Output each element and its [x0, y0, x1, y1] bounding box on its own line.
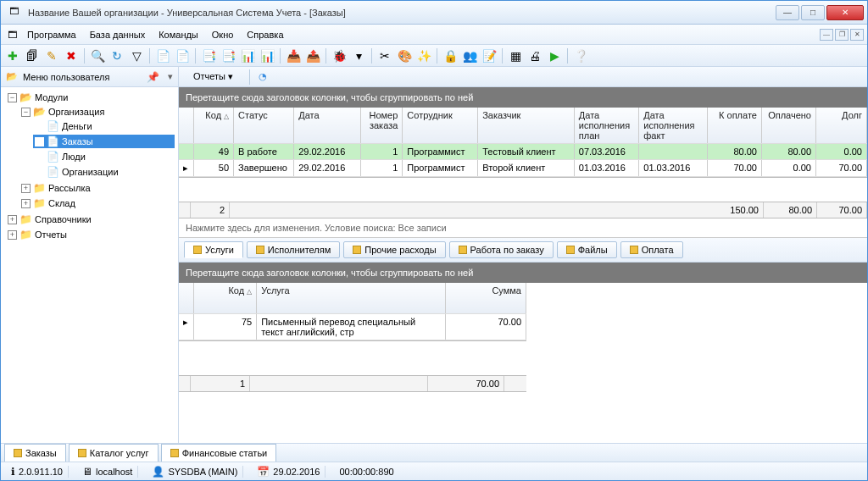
print-icon[interactable]: 🖨 — [526, 47, 543, 64]
maximize-button[interactable]: □ — [801, 5, 825, 20]
doctab-orders[interactable]: Заказы — [4, 444, 66, 462]
group-by-bar[interactable]: Перетащите сюда заголовок колонки, чтобы… — [179, 87, 867, 108]
tree-orgs[interactable]: Организации — [62, 167, 119, 177]
tree-mailing[interactable]: Рассылка — [48, 183, 91, 193]
doctab-fin[interactable]: Финансовые статьи — [161, 444, 277, 462]
lock-icon[interactable]: 🔒 — [442, 47, 459, 64]
mdi-restore-button[interactable]: ❐ — [835, 29, 849, 41]
col-date[interactable]: Дата — [294, 108, 361, 144]
tool-icon-3[interactable]: 📑 — [200, 47, 217, 64]
mdi-minimize-button[interactable]: — — [820, 29, 833, 41]
dcol-sum[interactable]: Сумма — [445, 283, 526, 313]
dcol-service[interactable]: Услуга — [257, 283, 445, 313]
menu-window[interactable]: Окно — [205, 27, 241, 42]
folder-icon: 📁 — [33, 182, 46, 194]
tool-icon-1[interactable]: 📄 — [154, 47, 171, 64]
new-icon[interactable]: ✚ — [4, 47, 21, 64]
expand-toggle[interactable]: − — [8, 93, 17, 102]
tab-files[interactable]: Файлы — [557, 241, 617, 258]
detail-group-by-bar[interactable]: Перетащите сюда заголовок колонки, чтобы… — [179, 263, 867, 283]
col-employee[interactable]: Сотрудник — [403, 108, 478, 144]
expand-toggle[interactable]: + — [8, 230, 17, 240]
tab-services[interactable]: Услуги — [184, 241, 243, 258]
tool-icon-4[interactable]: 📑 — [220, 47, 236, 64]
settings-icon[interactable]: ✂ — [376, 47, 393, 64]
chevron-down-icon[interactable]: ▾ — [350, 47, 367, 64]
menu-help[interactable]: Справка — [240, 27, 290, 42]
version-icon: ℹ — [11, 466, 15, 478]
tool-icon-6[interactable]: 📊 — [259, 47, 275, 64]
grid-icon[interactable]: ▦ — [507, 47, 524, 64]
expand-toggle[interactable]: + — [21, 184, 31, 193]
clock-icon[interactable]: ◔ — [259, 71, 267, 82]
services-grid[interactable]: Код△ Услуга Сумма ▸ 75 Письменный перево… — [179, 283, 526, 341]
tool-icon-7[interactable]: 🐞 — [331, 47, 348, 64]
tool-icon-2[interactable]: 📄 — [174, 47, 191, 64]
col-orderno[interactable]: Номер заказа — [360, 108, 403, 144]
col-plan[interactable]: Дата исполнения план — [574, 108, 638, 144]
tool-icon-5[interactable]: 📊 — [239, 47, 256, 64]
tree-refs[interactable]: Справочники — [35, 214, 92, 224]
tab-workorder[interactable]: Работа по заказу — [449, 241, 554, 258]
menu-program[interactable]: Программа — [20, 27, 83, 42]
folder-icon: 📂 — [6, 71, 18, 82]
tab-payment[interactable]: Оплата — [620, 241, 683, 258]
page-icon: 📄 — [47, 151, 59, 163]
search-icon[interactable]: 🔍 — [89, 47, 106, 64]
tree-orders[interactable]: Заказы — [62, 136, 93, 147]
tree-reports[interactable]: Отчеты — [35, 229, 67, 240]
table-row[interactable]: ▸ 75 Письменный перевод специальный текс… — [179, 313, 526, 340]
mdi-close-button[interactable]: ✕ — [850, 29, 864, 41]
delete-icon[interactable]: ✖ — [63, 47, 80, 64]
orders-grid[interactable]: Код△ Статус Дата Номер заказа Сотрудник … — [179, 108, 867, 178]
col-customer[interactable]: Заказчик — [478, 108, 575, 144]
col-code[interactable]: Код△ — [193, 108, 234, 144]
tab-icon — [14, 449, 22, 457]
close-button[interactable]: ✕ — [826, 5, 864, 20]
app-menu-icon[interactable]: 🗔 — [8, 30, 17, 40]
menu-database[interactable]: База данных — [83, 27, 153, 42]
tree-organization[interactable]: Организация — [48, 107, 104, 117]
table-row[interactable]: ▸ 50 Завершено 29.02.2016 1 Программист … — [179, 160, 867, 177]
help-icon[interactable]: ❔ — [572, 47, 589, 64]
table-row[interactable]: 49 В работе 29.02.2016 1 Программист Тес… — [179, 144, 867, 160]
tab-performers[interactable]: Исполнителям — [247, 241, 340, 258]
tree-stock[interactable]: Склад — [48, 198, 75, 208]
import-icon[interactable]: 📥 — [285, 47, 302, 64]
dcol-code[interactable]: Код△ — [193, 283, 256, 313]
tree-money[interactable]: Деньги — [62, 121, 92, 131]
tab-expenses[interactable]: Прочие расходы — [343, 241, 445, 258]
menu-options-icon[interactable]: ▾ — [168, 71, 173, 82]
copy-icon[interactable]: 🗐 — [24, 47, 41, 64]
minimize-button[interactable]: — — [776, 5, 799, 20]
filter-icon[interactable]: ▽ — [128, 47, 145, 64]
play-icon[interactable]: ▶ — [546, 47, 563, 64]
col-paid[interactable]: Оплачено — [761, 108, 815, 144]
col-status[interactable]: Статус — [234, 108, 294, 144]
col-fact[interactable]: Дата исполнения факт — [639, 108, 708, 144]
pin-icon[interactable]: 📌 — [147, 71, 159, 83]
page-icon: 📄 — [47, 135, 59, 147]
edit-icon[interactable]: ✎ — [43, 47, 60, 64]
doctab-catalog[interactable]: Каталог услуг — [69, 444, 159, 462]
menu-commands[interactable]: Команды — [152, 27, 205, 42]
expand-toggle[interactable]: − — [21, 108, 31, 117]
export-icon[interactable]: 📤 — [304, 47, 321, 64]
col-topay[interactable]: К оплате — [707, 108, 761, 144]
refresh-icon[interactable]: ↻ — [108, 47, 125, 64]
tree-modules[interactable]: Модули — [35, 92, 68, 102]
status-host: localhost — [96, 467, 132, 477]
col-debt[interactable]: Долг — [816, 108, 867, 144]
expand-toggle[interactable]: + — [21, 199, 31, 208]
expand-toggle[interactable]: + — [8, 215, 17, 224]
users-icon[interactable]: 👥 — [461, 47, 478, 64]
current-row-indicator: ▸ — [179, 313, 193, 340]
search-condition[interactable]: Нажмите здесь для изменения. Условие пои… — [179, 218, 867, 238]
text-icon[interactable]: 📝 — [481, 47, 498, 64]
tree-people[interactable]: Люди — [62, 152, 86, 162]
reports-dropdown[interactable]: Отчеты ▾ — [186, 69, 241, 85]
status-user: SYSDBA (MAIN) — [168, 467, 237, 477]
palette-icon[interactable]: 🎨 — [396, 47, 413, 64]
wand-icon[interactable]: ✨ — [415, 47, 432, 64]
navigation-tree[interactable]: −📂Модули −📂Организация 📄Деньги 📄Заказы 📄… — [1, 87, 178, 443]
